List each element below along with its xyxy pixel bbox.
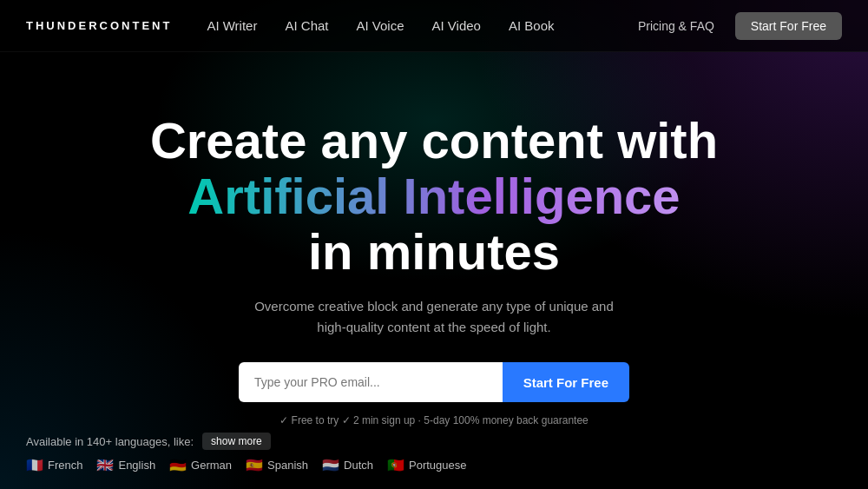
lang-label-portuguese: Portuguese (409, 459, 467, 472)
nav-links: AI Writer AI Chat AI Voice AI Video AI B… (207, 18, 638, 33)
lang-flags-list: 🇫🇷 French 🇬🇧 English 🇩🇪 German 🇪🇸 Spanis… (26, 457, 467, 473)
hero-title-line1: Create any content with (150, 113, 718, 169)
pricing-faq-link[interactable]: Pricing & FAQ (638, 19, 714, 33)
flag-english: 🇬🇧 (96, 457, 114, 473)
nav-ai-chat[interactable]: AI Chat (285, 18, 328, 33)
nav-ai-book[interactable]: AI Book (509, 18, 555, 33)
flag-spanish: 🇪🇸 (246, 457, 263, 473)
start-for-free-button-hero[interactable]: Start For Free (503, 362, 629, 402)
hero-title-line3: in minutes (308, 224, 560, 280)
nav-ai-voice[interactable]: AI Voice (356, 18, 404, 33)
hero-subtitle: Overcome creative block and generate any… (254, 296, 614, 338)
guarantee-text: ✓ Free to try ✓ 2 min sign up · 5-day 10… (279, 414, 589, 426)
lang-item-portuguese: 🇵🇹 Portuguese (387, 457, 467, 473)
show-more-button[interactable]: show more (202, 433, 271, 450)
lang-label-german: German (191, 459, 232, 472)
lang-item-french: 🇫🇷 French (26, 457, 82, 473)
lang-item-dutch: 🇳🇱 Dutch (322, 457, 373, 473)
navbar: THUNDERCONTENT AI Writer AI Chat AI Voic… (0, 0, 868, 52)
email-input[interactable] (239, 362, 503, 402)
logo: THUNDERCONTENT (26, 19, 172, 32)
lang-available-text: Available in 140+ languages, like: (26, 435, 194, 448)
nav-ai-writer[interactable]: AI Writer (207, 18, 257, 33)
lang-label-dutch: Dutch (344, 459, 373, 472)
lang-label-english: English (118, 459, 155, 472)
lang-header: Available in 140+ languages, like: show … (26, 433, 467, 450)
nav-right: Pricing & FAQ Start For Free (638, 12, 842, 40)
lang-item-english: 🇬🇧 English (96, 457, 155, 473)
lang-label-french: French (48, 459, 82, 472)
flag-french: 🇫🇷 (26, 457, 43, 473)
lang-item-spanish: 🇪🇸 Spanish (246, 457, 308, 473)
flag-german: 🇩🇪 (169, 457, 187, 473)
cta-row: Start For Free (239, 362, 629, 402)
lang-label-spanish: Spanish (267, 459, 308, 472)
hero-section: Create any content with Artificial Intel… (0, 52, 868, 461)
flag-portuguese: 🇵🇹 (387, 457, 404, 473)
flag-dutch: 🇳🇱 (322, 457, 339, 473)
nav-ai-video[interactable]: AI Video (432, 18, 481, 33)
hero-title-line2: Artificial Intelligence (187, 169, 680, 224)
lang-item-german: 🇩🇪 German (169, 457, 232, 473)
start-for-free-button-nav[interactable]: Start For Free (735, 12, 842, 40)
language-bar: Available in 140+ languages, like: show … (26, 433, 467, 473)
